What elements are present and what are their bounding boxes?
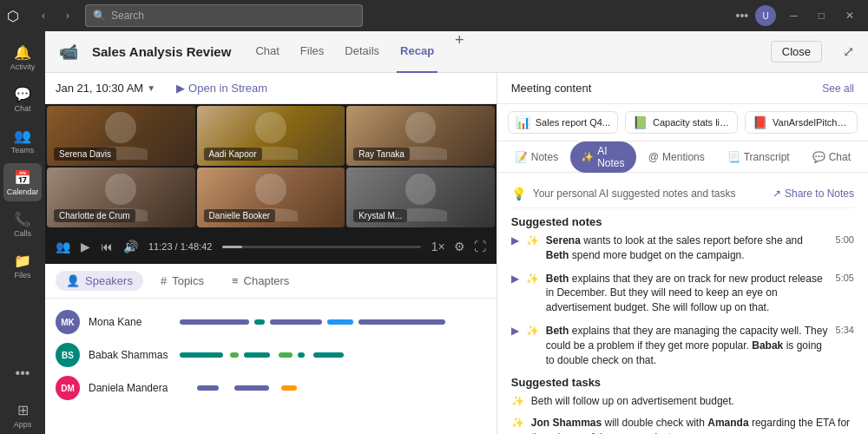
meeting-title: Sales Analysis Review xyxy=(92,44,231,59)
tab-topics[interactable]: # Topics xyxy=(150,271,214,291)
speakers-label: Speakers xyxy=(85,274,133,287)
tab-chapters[interactable]: ≡ Chapters xyxy=(221,271,299,291)
ai-hint-text: Your personal AI suggested notes and tas… xyxy=(533,187,736,200)
sidebar-item-activity[interactable]: 🔔 Activity xyxy=(3,38,42,76)
sidebar-item-calendar[interactable]: 📅 Calendar xyxy=(3,163,42,201)
sidebar-item-chat[interactable]: 💬 Chat xyxy=(3,80,42,118)
nav-back-button[interactable]: ‹ xyxy=(33,5,54,26)
note-ai-icon: ✨ xyxy=(526,234,539,247)
video-cell-ray: Ray Tanaka xyxy=(346,106,495,166)
ms-teams-logo: ⬡ xyxy=(7,8,19,24)
share-to-notes-button[interactable]: ↗ Share to Notes xyxy=(773,187,854,200)
close-meeting-button[interactable]: Close xyxy=(771,41,822,62)
more-options-icon[interactable]: ••• xyxy=(736,9,749,23)
speaker-timeline xyxy=(180,319,486,326)
participant-name-charlotte: Charlotte de Crum xyxy=(54,209,135,222)
date-bar: Jan 21, 10:30 AM ▼ ▶ Open in Stream xyxy=(45,73,496,104)
transcript-label: Transcript xyxy=(744,151,790,163)
calendar-icon: 📅 xyxy=(14,169,31,186)
transcript-icon: 📃 xyxy=(727,151,740,163)
search-bar: 🔍 xyxy=(85,4,363,27)
video-controls: 👥 ▶ ⏮ 🔊 11:23 / 1:48:42 1× ⚙ ⛶ xyxy=(45,229,496,264)
top-bar: ⬡ ‹ › 🔍 ••• U ─ □ ✕ xyxy=(0,0,868,31)
sidebar-item-teams[interactable]: 👥 Teams xyxy=(3,122,42,160)
activity-icon: 🔔 xyxy=(14,44,31,61)
tab-transcript[interactable]: 📃 Transcript xyxy=(717,148,800,167)
calls-icon: 📞 xyxy=(14,211,31,227)
share-icon: ↗ xyxy=(773,187,781,200)
note-time: 5:00 xyxy=(836,234,854,245)
sidebar-item-calls[interactable]: 📞 Calls xyxy=(3,205,42,243)
tab-chat-notes[interactable]: 💬 Chat xyxy=(802,148,861,167)
sidebar-item-apps[interactable]: ⊞ Apps xyxy=(3,396,42,434)
timeline-segment xyxy=(254,319,265,325)
video-cell-aadi: Aadi Kapoor xyxy=(197,106,345,166)
avatar: DM xyxy=(56,376,80,400)
note-item: ▶ ✨ Beth explains that they are managing… xyxy=(511,324,854,367)
skip-back-button[interactable]: ⏮ xyxy=(101,240,113,253)
tab-notes[interactable]: 📝 Notes xyxy=(504,148,569,167)
file-item-capacity[interactable]: 📗 Capacity stats lis... xyxy=(625,111,738,134)
timeline-segment xyxy=(234,385,269,391)
settings-button[interactable]: ⚙ xyxy=(454,240,465,253)
open-stream-button[interactable]: ▶ Open in Stream xyxy=(176,82,267,95)
sidebar-item-files[interactable]: 📁 Files xyxy=(3,247,42,285)
ai-hint-icon: 💡 xyxy=(511,187,526,201)
video-cell-krystal: Krystal M... xyxy=(346,168,495,227)
speakers-icon: 👤 xyxy=(66,274,80,287)
minimize-button[interactable]: ─ xyxy=(783,6,805,25)
expand-button[interactable]: ⤢ xyxy=(843,43,854,60)
file-item-sales[interactable]: 📊 Sales report Q4... xyxy=(508,111,618,134)
notes-icon: 📝 xyxy=(515,151,528,163)
note-expand-icon[interactable]: ▶ xyxy=(511,325,519,337)
close-window-button[interactable]: ✕ xyxy=(838,6,861,25)
note-ai-icon: ✨ xyxy=(526,325,539,337)
date-selector[interactable]: Jan 21, 10:30 AM ▼ xyxy=(56,82,155,95)
speaker-name: Babak Shammas xyxy=(89,349,171,361)
speed-button[interactable]: 1× xyxy=(431,240,445,253)
participant-settings-button[interactable]: 👥 xyxy=(56,240,70,253)
sidebar-item-label: Teams xyxy=(11,146,35,155)
fullscreen-button[interactable]: ⛶ xyxy=(474,240,486,253)
note-item: ▶ ✨ Serena wants to look at the sales re… xyxy=(511,233,854,263)
nav-forward-button[interactable]: › xyxy=(57,5,78,26)
chat-icon: 💬 xyxy=(812,151,825,163)
add-tab-button[interactable]: + xyxy=(455,31,464,73)
date-chevron-icon: ▼ xyxy=(147,83,155,93)
mentions-icon: @ xyxy=(648,151,659,163)
play-button[interactable]: ▶ xyxy=(81,240,90,253)
search-input[interactable] xyxy=(111,10,355,22)
avatar: U xyxy=(755,5,776,26)
tab-recap[interactable]: Recap xyxy=(397,31,437,73)
sidebar-item-more[interactable]: ••• xyxy=(3,354,42,392)
note-time: 5:05 xyxy=(836,273,854,283)
avatar: MK xyxy=(56,310,80,334)
volume-button[interactable]: 🔊 xyxy=(123,240,138,253)
file-name-capacity: Capacity stats lis... xyxy=(653,117,730,128)
tab-mentions[interactable]: @ Mentions xyxy=(638,148,715,167)
timeline-segment xyxy=(358,319,445,325)
restore-button[interactable]: □ xyxy=(812,6,832,25)
sidebar-item-label: Files xyxy=(14,271,30,279)
tab-chat[interactable]: Chat xyxy=(252,31,282,73)
files-icon: 📁 xyxy=(14,253,31,269)
video-progress[interactable] xyxy=(222,246,420,248)
note-time: 5:34 xyxy=(836,325,854,335)
file-item-pitch[interactable]: 📕 VanArsdelPitchDe... xyxy=(745,111,858,134)
note-expand-icon[interactable]: ▶ xyxy=(511,273,519,285)
tab-ai-notes[interactable]: ✨ AI Notes xyxy=(570,141,636,173)
task-text: Jon Shammas will double check with Amand… xyxy=(531,416,854,434)
tab-details[interactable]: Details xyxy=(341,31,383,73)
video-progress-fill xyxy=(222,246,242,248)
note-expand-icon[interactable]: ▶ xyxy=(511,234,519,247)
see-all-button[interactable]: See all xyxy=(822,82,854,95)
tab-files[interactable]: Files xyxy=(297,31,327,73)
ai-notes-icon: ✨ xyxy=(581,151,594,163)
video-grid: Serena Davis Aadi Kapoor Ray Tanaka Char… xyxy=(45,104,496,229)
more-icon: ••• xyxy=(16,365,30,381)
list-item: DM Daniela Mandera xyxy=(45,372,496,404)
task-item: ✨ Jon Shammas will double check with Ama… xyxy=(511,416,854,434)
notes-label: Notes xyxy=(531,151,558,163)
tab-speakers[interactable]: 👤 Speakers xyxy=(56,271,143,291)
participant-name-krystal: Krystal M... xyxy=(353,209,407,222)
